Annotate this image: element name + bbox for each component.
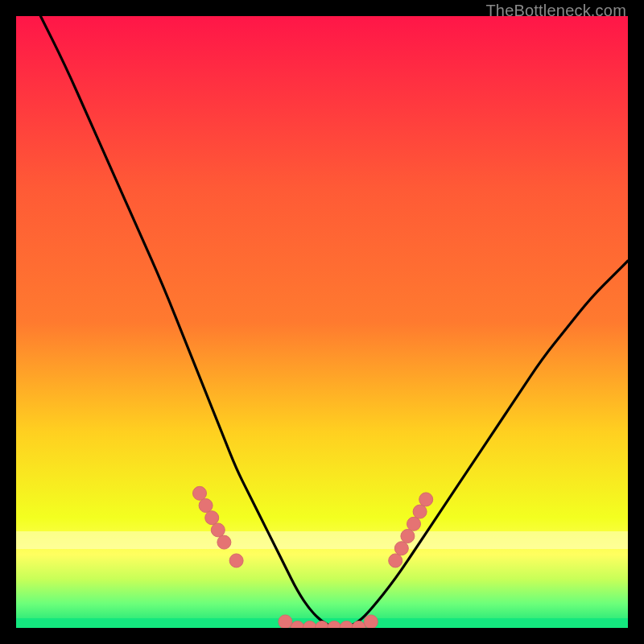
curve-marker bbox=[211, 523, 225, 537]
attribution-label: TheBottleneck.com bbox=[485, 2, 626, 20]
curve-marker bbox=[401, 530, 415, 543]
curve-marker bbox=[199, 499, 213, 513]
curve-marker bbox=[229, 554, 243, 568]
curve-marker bbox=[279, 615, 292, 628]
bottleneck-plot bbox=[16, 16, 628, 628]
curve-marker bbox=[217, 535, 231, 549]
curve-marker bbox=[407, 517, 421, 530]
curve-marker bbox=[419, 493, 433, 506]
curve-marker bbox=[364, 615, 378, 628]
chart-frame bbox=[16, 16, 628, 628]
pale-band bbox=[16, 531, 628, 549]
curve-marker bbox=[389, 554, 402, 568]
curve-marker bbox=[394, 542, 408, 555]
curve-marker bbox=[413, 505, 427, 518]
curve-marker bbox=[205, 511, 219, 525]
curve-marker bbox=[193, 486, 207, 500]
